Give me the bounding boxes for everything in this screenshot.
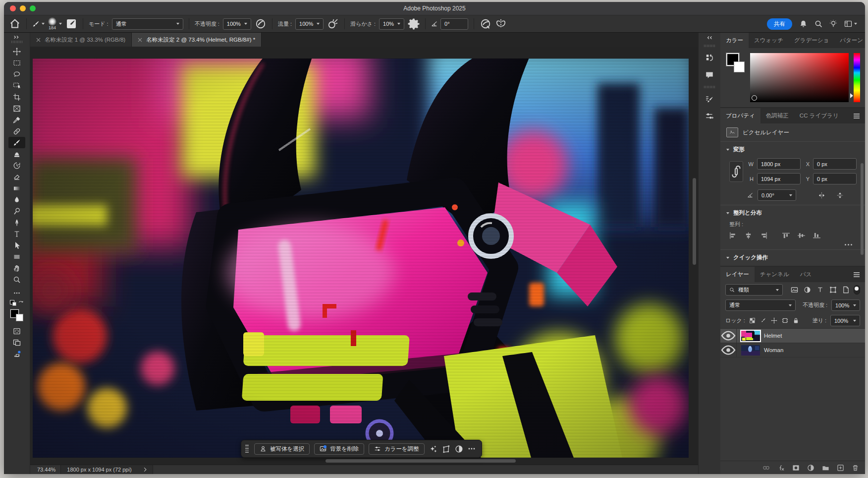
- tool-move[interactable]: [8, 46, 25, 57]
- link-dimensions-icon[interactable]: [729, 161, 743, 182]
- pressure-size-icon[interactable]: [480, 18, 491, 30]
- zoom-level[interactable]: 73.44%: [37, 467, 55, 473]
- screen-mode-button[interactable]: [8, 337, 25, 348]
- flip-horizontal-icon[interactable]: [818, 192, 825, 199]
- close-tab-icon[interactable]: [36, 38, 41, 42]
- taskbar-drag-handle[interactable]: [245, 445, 250, 453]
- smoothing-options-gear-icon[interactable]: [408, 18, 420, 30]
- transform-section-header[interactable]: 変形: [726, 146, 859, 153]
- lock-position-icon[interactable]: [771, 317, 777, 324]
- tab-gradients[interactable]: グラデーショ: [789, 33, 834, 48]
- properties-scrollbar[interactable]: [861, 163, 864, 255]
- fullscreen-window-button[interactable]: [30, 5, 36, 11]
- rotation-input[interactable]: 0.00°: [758, 189, 796, 201]
- document-info[interactable]: 1800 px x 1094 px (72 ppi): [60, 465, 153, 474]
- tab-paths[interactable]: パス: [795, 267, 817, 282]
- tool-zoom[interactable]: [8, 274, 25, 285]
- discover-lightbulb-icon[interactable]: [829, 20, 837, 28]
- brush-tool-preset[interactable]: [32, 20, 45, 28]
- panel-menu-button[interactable]: [853, 267, 865, 282]
- tab-layers[interactable]: レイヤー: [720, 267, 755, 282]
- workspace-switcher[interactable]: [844, 20, 857, 28]
- new-group-folder-icon[interactable]: [822, 464, 829, 472]
- close-tab-icon[interactable]: [138, 38, 142, 42]
- lock-all-icon[interactable]: [793, 317, 799, 324]
- canvas-area[interactable]: 被写体を選択 背景を削除 カラーを調整: [30, 47, 698, 465]
- tool-gradient[interactable]: [8, 182, 25, 194]
- layer-visibility-toggle[interactable]: [720, 343, 737, 357]
- brush-angle-input[interactable]: 0°: [440, 18, 468, 30]
- tool-rectangular-marquee[interactable]: [8, 57, 25, 68]
- more-align-options-button[interactable]: [726, 244, 852, 245]
- height-input[interactable]: 1094 px: [757, 173, 801, 184]
- tool-type[interactable]: [8, 228, 25, 239]
- version-history-panel-icon[interactable]: [703, 52, 716, 64]
- quick-actions-section-header[interactable]: クイック操作: [726, 254, 859, 261]
- opacity-select[interactable]: 100%: [223, 18, 251, 30]
- tool-brush[interactable]: [8, 137, 25, 148]
- filter-type-layers-icon[interactable]: [816, 286, 824, 294]
- tool-spot-healing-brush[interactable]: [8, 125, 25, 137]
- tool-path-selection[interactable]: [8, 239, 25, 251]
- background-color-swatch[interactable]: [16, 314, 23, 321]
- width-input[interactable]: 1800 px: [757, 158, 801, 170]
- tool-object-selection[interactable]: [8, 80, 25, 91]
- brush-preset-picker[interactable]: 184: [48, 17, 62, 30]
- align-center-vertical-icon[interactable]: [798, 232, 805, 239]
- generative-sparkle-icon[interactable]: [429, 445, 437, 453]
- delete-layer-trash-icon[interactable]: [852, 464, 859, 472]
- adjust-color-button[interactable]: カラーを調整: [369, 443, 425, 455]
- home-button[interactable]: [9, 18, 21, 30]
- layer-row-helmet[interactable]: Helmet: [720, 329, 865, 343]
- tab-color[interactable]: カラー: [720, 33, 749, 48]
- horizontal-scrollbar[interactable]: [326, 459, 516, 463]
- transform-icon[interactable]: [442, 445, 450, 453]
- filter-adjustment-layers-icon[interactable]: [804, 286, 811, 294]
- pressure-opacity-icon[interactable]: [255, 18, 267, 30]
- background-color-swatch[interactable]: [734, 61, 745, 72]
- tool-frame[interactable]: [8, 103, 25, 114]
- toggle-brush-settings-button[interactable]: [65, 18, 77, 30]
- filter-smart-objects-icon[interactable]: [842, 286, 850, 294]
- filter-pixel-layers-icon[interactable]: [791, 286, 798, 294]
- lock-artboard-icon[interactable]: [782, 317, 788, 324]
- filter-shape-layers-icon[interactable]: [829, 286, 837, 294]
- add-layer-mask-icon[interactable]: [792, 464, 800, 472]
- minimize-window-button[interactable]: [20, 5, 26, 11]
- layer-thumbnail[interactable]: [741, 331, 760, 341]
- tool-lasso[interactable]: [8, 68, 25, 80]
- tool-presets-panel-icon[interactable]: [703, 110, 716, 122]
- tab-cc-libraries[interactable]: CC ライブラリ: [794, 108, 844, 123]
- layer-visibility-toggle[interactable]: [720, 329, 737, 343]
- align-right-icon[interactable]: [760, 232, 767, 239]
- swap-colors-control[interactable]: [8, 299, 25, 307]
- tab-properties[interactable]: プロパティ: [720, 108, 760, 123]
- hue-slider[interactable]: [854, 53, 860, 102]
- layer-blend-mode-select[interactable]: 通常: [725, 299, 796, 311]
- panel-menu-button[interactable]: [853, 108, 865, 123]
- layer-fill-select[interactable]: 100%: [830, 315, 860, 326]
- document-image[interactable]: [33, 59, 689, 458]
- flip-vertical-icon[interactable]: [836, 192, 844, 199]
- tools-panel-header[interactable]: [4, 33, 30, 46]
- airbrush-icon[interactable]: [327, 18, 339, 30]
- share-button[interactable]: 共有: [767, 18, 792, 30]
- saturation-brightness-field[interactable]: [750, 53, 849, 102]
- layer-row-woman[interactable]: Woman: [720, 343, 865, 358]
- cc-sync-button[interactable]: [8, 348, 25, 359]
- tool-hand[interactable]: [8, 262, 25, 274]
- brush-settings-panel-icon[interactable]: [703, 93, 716, 105]
- layer-effects-fx-icon[interactable]: [777, 464, 785, 472]
- select-subject-button[interactable]: 被写体を選択: [254, 443, 310, 455]
- document-tab-1[interactable]: 名称未設定 1 @ 33.3% (RGB/8): [30, 33, 132, 47]
- tab-adjustments[interactable]: 色調補正: [760, 108, 794, 123]
- remove-background-button[interactable]: 背景を削除: [314, 443, 364, 455]
- vertical-scrollbar[interactable]: [693, 178, 696, 265]
- document-tab-2[interactable]: 名称未設定 2 @ 73.4% (Helmet, RGB/8#) *: [132, 33, 262, 47]
- lock-transparency-icon[interactable]: [749, 317, 756, 324]
- blend-mode-select[interactable]: 通常: [112, 18, 183, 30]
- notifications-bell-icon[interactable]: [799, 20, 808, 28]
- tool-pen[interactable]: [8, 217, 25, 228]
- tool-blur[interactable]: [8, 194, 25, 205]
- adjustment-icon[interactable]: [455, 445, 463, 453]
